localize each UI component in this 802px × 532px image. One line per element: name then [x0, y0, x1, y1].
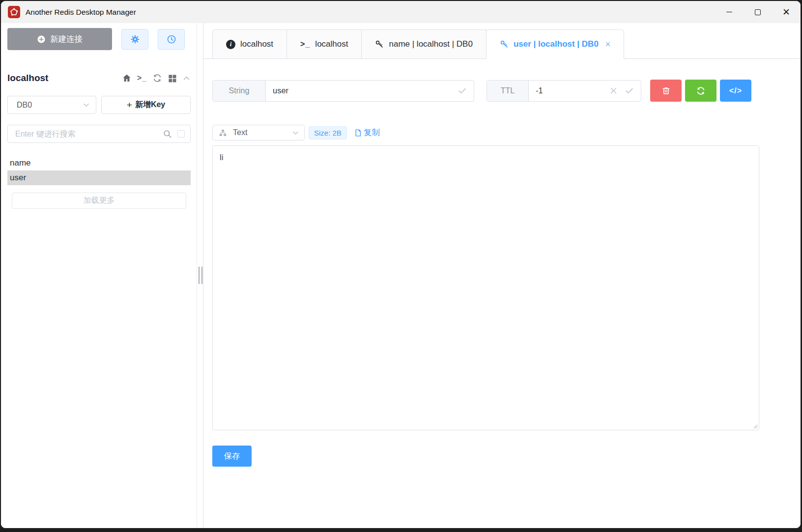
sidebar: 新建连接: [1, 23, 197, 528]
terminal-icon: >_: [300, 40, 310, 49]
tab-label: localhost: [315, 39, 348, 49]
add-key-label: 新增Key: [135, 100, 165, 110]
load-more-button[interactable]: 加载更多: [12, 193, 186, 209]
ttl-input[interactable]: [529, 81, 609, 101]
maximize-button[interactable]: [744, 1, 772, 23]
view-type-value: Text: [233, 128, 247, 137]
connection-header: localhost >_: [7, 73, 191, 84]
split-divider[interactable]: [197, 23, 203, 528]
close-button[interactable]: ✕: [772, 1, 801, 23]
key-list-item-selected[interactable]: user: [7, 170, 191, 185]
db-select-value: DB0: [17, 101, 32, 110]
chevron-down-icon: [83, 101, 90, 109]
key-name-input[interactable]: [266, 81, 458, 101]
clear-x-icon[interactable]: [609, 86, 618, 95]
value-textarea[interactable]: li: [213, 146, 759, 430]
key-detail-panel: String TTL: [203, 59, 801, 467]
key-action-buttons: </>: [650, 80, 751, 102]
key-list-item[interactable]: name: [7, 156, 191, 170]
refresh-icon[interactable]: [152, 73, 162, 83]
gear-icon: [130, 34, 140, 44]
window-title: Another Redis Desktop Manager: [26, 8, 136, 17]
view-type-select[interactable]: Text: [212, 125, 305, 140]
document-copy-icon: [354, 129, 362, 137]
trash-icon: [661, 86, 671, 95]
new-connection-button[interactable]: 新建连接: [7, 28, 112, 50]
refresh-key-button[interactable]: [685, 80, 716, 102]
copy-label: 复制: [364, 127, 380, 138]
ttl-group: TTL: [487, 80, 641, 102]
info-icon: i: [226, 40, 235, 49]
view-command-button[interactable]: </>: [720, 80, 751, 102]
titlebar: Another Redis Desktop Manager ✕: [1, 1, 801, 23]
copy-value-button[interactable]: 复制: [354, 127, 380, 138]
key-label: name: [10, 158, 31, 168]
key-list: name user: [7, 156, 191, 185]
main-panel: i localhost >_ localhost name | localhos…: [203, 23, 801, 528]
key-name-group: String: [212, 80, 474, 102]
window-controls: ✕: [715, 1, 801, 23]
search-icon[interactable]: [163, 129, 172, 139]
app-logo-icon: [8, 6, 20, 18]
tab-terminal[interactable]: >_ localhost: [286, 29, 362, 58]
tab-key-name[interactable]: name | localhost | DB0: [361, 29, 486, 58]
tab-label: name | localhost | DB0: [389, 39, 472, 49]
close-tab-icon[interactable]: ×: [605, 39, 611, 50]
db-select[interactable]: DB0: [7, 96, 96, 114]
ttl-label: TTL: [487, 81, 529, 101]
key-type-label: String: [213, 81, 266, 101]
connection-tools: >_: [122, 73, 191, 83]
home-icon[interactable]: [122, 73, 132, 83]
collapse-icon[interactable]: [182, 74, 191, 83]
key-search-row: [7, 125, 191, 143]
plus-icon: +: [127, 100, 132, 110]
app-window: Another Redis Desktop Manager ✕ 新建连接: [1, 1, 801, 528]
tab-key-user-active[interactable]: user | localhost | DB0 ×: [486, 29, 624, 59]
sidebar-toolbar: 新建连接: [7, 28, 191, 50]
value-toolbar-row: Text Size: 2B 复制: [212, 125, 759, 140]
minimize-icon: [726, 12, 732, 12]
refresh-icon: [696, 86, 706, 96]
confirm-check-icon[interactable]: [625, 86, 634, 95]
key-icon: [500, 40, 509, 49]
db-row: DB0 + 新增Key: [7, 96, 191, 114]
close-icon: ✕: [782, 7, 790, 17]
chevron-down-icon: [292, 129, 299, 137]
terminal-icon[interactable]: >_: [137, 74, 147, 83]
new-connection-label: 新建连接: [50, 34, 83, 45]
exact-search-checkbox[interactable]: [177, 130, 185, 138]
delete-key-button[interactable]: [650, 80, 682, 102]
minimize-button[interactable]: [715, 1, 744, 23]
key-label: user: [10, 173, 26, 183]
tab-label: localhost: [240, 39, 273, 49]
grid-icon[interactable]: [168, 74, 177, 83]
clock-icon: [167, 34, 176, 44]
code-icon: </>: [729, 86, 742, 95]
save-button[interactable]: 保存: [212, 446, 252, 467]
plus-circle-icon: [37, 35, 46, 44]
divider-drag-handle-icon[interactable]: [199, 267, 202, 284]
add-key-button[interactable]: + 新增Key: [101, 96, 191, 114]
resize-grip-icon[interactable]: [752, 423, 758, 429]
history-button[interactable]: [158, 29, 185, 50]
key-icon: [375, 40, 384, 49]
tab-label: user | localhost | DB0: [514, 39, 599, 49]
tab-bar: i localhost >_ localhost name | localhos…: [203, 29, 801, 59]
key-header-row: String TTL: [212, 80, 759, 102]
app-body: 新建连接: [1, 23, 801, 528]
confirm-check-icon[interactable]: [458, 86, 467, 95]
maximize-icon: [755, 9, 761, 15]
tab-server-status[interactable]: i localhost: [212, 29, 287, 58]
settings-button[interactable]: [121, 29, 148, 50]
connection-name: localhost: [7, 73, 48, 84]
tree-view-icon: [219, 129, 227, 137]
size-badge: Size: 2B: [309, 126, 347, 140]
value-editor-wrap: li: [212, 145, 759, 430]
